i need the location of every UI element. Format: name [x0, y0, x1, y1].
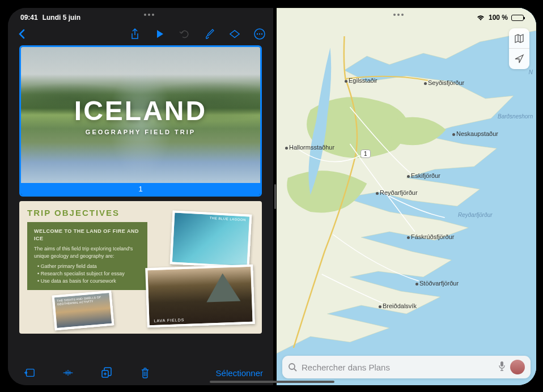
locate-me-button[interactable] [509, 49, 529, 69]
slide2-intro: The aims of this field trip exploring Ic… [34, 245, 141, 259]
city-label[interactable]: Eskifjörður [407, 172, 440, 179]
list-item: Gather primary field data [37, 263, 141, 270]
search-icon [288, 363, 297, 372]
share-icon[interactable] [129, 28, 141, 40]
svg-rect-4 [27, 369, 35, 377]
water-label: Barðsneshorn [498, 113, 533, 120]
slide2-textbox: WELCOME TO THE LAND OF FIRE AND ICE The … [27, 222, 147, 290]
map-canvas[interactable]: 1 EgilsstaðirSeyðisfjörðurNeskaupstaðurE… [277, 8, 536, 385]
city-label[interactable]: Egilsstaðir [345, 77, 377, 84]
skip-slide-icon[interactable] [62, 367, 74, 378]
city-label[interactable]: Reyðarfjörður [376, 189, 418, 196]
select-button[interactable]: Sélectionner [216, 368, 263, 378]
home-indicator[interactable] [210, 381, 334, 383]
svg-point-3 [261, 33, 262, 35]
water-label: Reyðarfjörður [458, 212, 493, 218]
city-label[interactable]: Seyðisfjörður [424, 79, 464, 86]
animate-icon[interactable] [229, 28, 240, 40]
svg-point-2 [259, 33, 260, 35]
trash-icon[interactable] [139, 367, 151, 378]
city-label[interactable]: Neskaupstaður [452, 130, 498, 137]
maps-search-bar[interactable] [282, 356, 531, 378]
city-label[interactable]: Breiðdalsvík [379, 302, 417, 309]
photo-lava-fields [145, 265, 255, 328]
slide1-title: ICELAND [74, 95, 207, 126]
slide2-bullets: Gather primary field data Research speci… [34, 263, 141, 284]
svg-point-7 [289, 364, 295, 369]
list-item: Use data as basis for coursework [37, 278, 141, 285]
duplicate-icon[interactable] [101, 367, 112, 378]
play-icon[interactable] [154, 28, 166, 40]
photo-geothermal [52, 291, 114, 331]
undo-icon[interactable] [179, 28, 190, 40]
svg-point-1 [257, 33, 258, 35]
add-slide-icon[interactable] [24, 367, 35, 378]
city-label[interactable]: Fáskrúðsfjörður [407, 233, 454, 240]
paintbrush-icon[interactable] [204, 28, 215, 40]
compass-n: N [529, 69, 533, 75]
map-mode-button[interactable] [509, 28, 529, 49]
keynote-pane: ICELAND GEOGRAPHY FIELD TRIP 1 TRIP OBJE… [8, 8, 273, 385]
svg-rect-8 [500, 361, 503, 367]
slide-1[interactable]: ICELAND GEOGRAPHY FIELD TRIP 1 [19, 45, 262, 197]
microphone-icon[interactable] [498, 361, 506, 373]
keynote-toolbar [8, 25, 273, 45]
more-icon[interactable] [254, 28, 265, 40]
city-label[interactable]: Stöðvarfjörður [415, 280, 459, 287]
list-item: Research specialist subject for essay [37, 270, 141, 278]
back-button[interactable] [16, 28, 27, 40]
search-input[interactable] [302, 363, 494, 372]
slide-2[interactable]: TRIP OBJECTIVES WELCOME TO THE LAND OF F… [19, 201, 262, 334]
route-badge: 1 [360, 150, 371, 158]
photo-blue-lagoon [170, 210, 252, 268]
city-label[interactable]: Hallormsstaðhur [285, 144, 334, 151]
maps-pane: 1 EgilsstaðirSeyðisfjörðurNeskaupstaðurE… [277, 8, 536, 385]
slide1-number: 1 [21, 183, 260, 195]
profile-avatar[interactable] [510, 360, 525, 374]
slide1-subtitle: GEOGRAPHY FIELD TRIP [86, 129, 196, 135]
map-controls [509, 28, 529, 69]
slide2-welcome: WELCOME TO THE LAND OF FIRE AND ICE [34, 228, 141, 242]
